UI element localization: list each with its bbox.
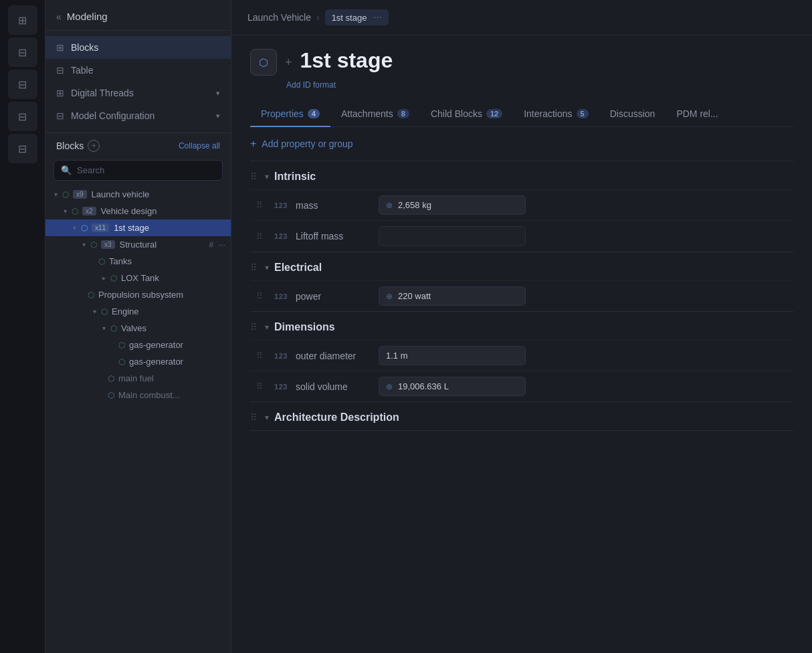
tab-discussion[interactable]: Discussion [599, 102, 666, 127]
property-row-mass: ⠿ 123 mass ⊕ 2,658 kg [250, 189, 793, 220]
tree-item-label: Engine [112, 306, 225, 316]
search-input[interactable] [77, 165, 215, 175]
rail-item-4[interactable]: ⊟ [8, 102, 37, 131]
block-type-icon: ⬡ [62, 190, 69, 199]
tree-item-label: main fuel [118, 373, 225, 383]
prop-type-label: 123 [269, 352, 293, 360]
tabs: Properties 4 Attachments 8 Child Blocks … [250, 101, 793, 127]
prop-value-box[interactable] [379, 226, 526, 246]
tree-item-valves[interactable]: ▾ ⬡ Valves [45, 320, 231, 337]
block-icon-box: ⬡ [250, 49, 277, 76]
prop-value-text: 2,658 kg [398, 200, 431, 210]
collapse-all-button[interactable]: Collapse all [179, 141, 220, 151]
prop-name-label: Liftoff mass [293, 231, 373, 242]
aggregate-icon: ⊕ [386, 201, 393, 210]
sidebar-item-label: Table [71, 65, 93, 76]
group-header-architecture[interactable]: ⠿ ▾ Architecture Description [250, 402, 793, 430]
block-type-icon: ⬡ [90, 240, 97, 250]
blocks-label: Blocks + [56, 140, 100, 152]
block-type-icon: ⬡ [110, 274, 117, 283]
tab-pdm[interactable]: PDM rel... [666, 102, 728, 127]
tab-interactions[interactable]: Interactions 5 [513, 102, 599, 127]
prop-value-box[interactable]: ⊕ 220 watt [379, 286, 526, 306]
sidebar-item-label: Model Configuration [71, 110, 155, 121]
add-property-button[interactable]: + Add property or group [250, 127, 793, 161]
icon-rail: ⊞ ⊟ ⊟ ⊟ ⊟ [0, 0, 45, 653]
tab-properties[interactable]: Properties 4 [250, 102, 330, 127]
add-id-format-link[interactable]: Add ID format [286, 80, 336, 90]
aggregate-icon: ⊕ [386, 382, 393, 391]
add-property-label: Add property or group [262, 138, 352, 149]
tree-item-launch-vehicle[interactable]: ▾ ⬡ x9 Launch vehicle [45, 186, 231, 203]
tree-item-gas-gen-1[interactable]: ⬡ gas-generator [45, 337, 231, 353]
rail-item-2[interactable]: ⊟ [8, 37, 37, 67]
more-icon[interactable]: ··· [218, 240, 225, 250]
prop-name-label: power [293, 291, 373, 302]
prop-type-label: 123 [269, 232, 293, 240]
prop-name-label: outer diameter [293, 351, 373, 361]
tree-item-main-combust[interactable]: ⬡ Main combust... [45, 387, 231, 403]
tree-item-label: Valves [121, 323, 225, 333]
chevron-down-icon: ▾ [216, 89, 220, 98]
block-type-icon: ⬡ [108, 391, 114, 400]
tab-attachments[interactable]: Attachments 8 [330, 102, 420, 127]
prop-value-box[interactable]: ⊕ 19,006.636 L [379, 377, 526, 396]
breadcrumb-parent[interactable]: Launch Vehicle [247, 12, 311, 23]
chevron-down-icon: ▾ [265, 263, 269, 272]
tree-item-main-fuel[interactable]: ⬡ main fuel [45, 370, 231, 387]
arrow-icon: ▸ [99, 274, 108, 282]
tree-item-tanks[interactable]: ⬡ Tanks [45, 253, 231, 270]
property-row-power: ⠿ 123 power ⊕ 220 watt [250, 280, 793, 311]
sidebar-item-digital-threads[interactable]: ⊞ Digital Threads ▾ [45, 82, 231, 104]
arrow-icon: ▾ [60, 207, 70, 215]
tab-badge: 12 [486, 109, 502, 118]
search-icon: 🔍 [61, 165, 72, 175]
tab-label: Properties [261, 108, 304, 119]
sidebar-item-model-config[interactable]: ⊟ Model Configuration ▾ [45, 104, 231, 127]
sidebar-item-blocks[interactable]: ⊞ Blocks [45, 36, 231, 59]
block-type-icon: ⬡ [88, 290, 94, 300]
rail-item-1[interactable]: ⊞ [8, 5, 37, 35]
table-nav-icon: ⊟ [56, 65, 64, 76]
rail-item-3[interactable]: ⊟ [8, 70, 37, 99]
prop-value-box[interactable]: ⊕ 2,658 kg [379, 195, 526, 215]
rail-item-5[interactable]: ⊟ [8, 134, 37, 163]
block-type-icon: ⬡ [81, 223, 88, 233]
tree-item-1st-stage[interactable]: ▾ ⬡ x11 1st stage [45, 219, 231, 236]
arrow-icon: ▾ [99, 324, 108, 332]
prop-value-wrapper: ⊕ 2,658 kg [379, 195, 793, 215]
prop-value-box[interactable]: 1.1 m [379, 346, 526, 365]
property-group-intrinsic: ⠿ ▾ Intrinsic ⠿ 123 mass ⊕ 2,658 kg [250, 161, 793, 252]
back-arrows-icon: « [56, 11, 62, 22]
group-header-intrinsic[interactable]: ⠿ ▾ Intrinsic [250, 161, 793, 189]
chevron-down-icon: ▾ [216, 112, 220, 120]
tab-badge: 8 [397, 109, 409, 118]
group-header-dimensions[interactable]: ⠿ ▾ Dimensions [250, 312, 793, 340]
tree-item-lox-tank[interactable]: ▸ ⬡ LOX Tank [45, 270, 231, 286]
prop-value-text: 220 watt [398, 291, 431, 301]
tree-item-structural[interactable]: ▾ ⬡ x3 Structural # ··· [45, 236, 231, 253]
aggregate-icon: ⊕ [386, 292, 393, 301]
prop-name-label: mass [293, 200, 373, 211]
block-type-icon: ⬡ [118, 341, 125, 350]
tree-item-label: Tanks [109, 256, 225, 266]
add-icon[interactable]: + [285, 56, 292, 70]
search-box: 🔍 [54, 160, 223, 181]
model-config-nav-icon: ⊟ [56, 110, 64, 121]
tree-item-label: Main combust... [118, 390, 225, 400]
prop-type-label: 123 [269, 292, 293, 300]
tab-child-blocks[interactable]: Child Blocks 12 [420, 102, 513, 127]
group-header-electrical[interactable]: ⠿ ▾ Electrical [250, 252, 793, 280]
group-label: Architecture Description [274, 411, 399, 424]
tree-item-vehicle-design[interactable]: ▾ ⬡ x2 Vehicle design [45, 203, 231, 219]
blocks-section-header: Blocks + Collapse all [45, 132, 231, 157]
breadcrumb-separator: › [316, 12, 320, 23]
add-block-button[interactable]: + [88, 140, 100, 152]
tree-item-engine[interactable]: ▾ ⬡ Engine [45, 303, 231, 320]
tree-item-propulsion[interactable]: ⬡ Propulsion subsystem [45, 286, 231, 303]
property-row-liftoff-mass: ⠿ 123 Liftoff mass [250, 220, 793, 252]
sidebar-item-table[interactable]: ⊟ Table [45, 59, 231, 82]
group-label: Electrical [274, 262, 322, 274]
tree-item-gas-gen-2[interactable]: ⬡ gas-generator [45, 353, 231, 370]
breadcrumb-more-button[interactable]: ··· [373, 11, 382, 23]
